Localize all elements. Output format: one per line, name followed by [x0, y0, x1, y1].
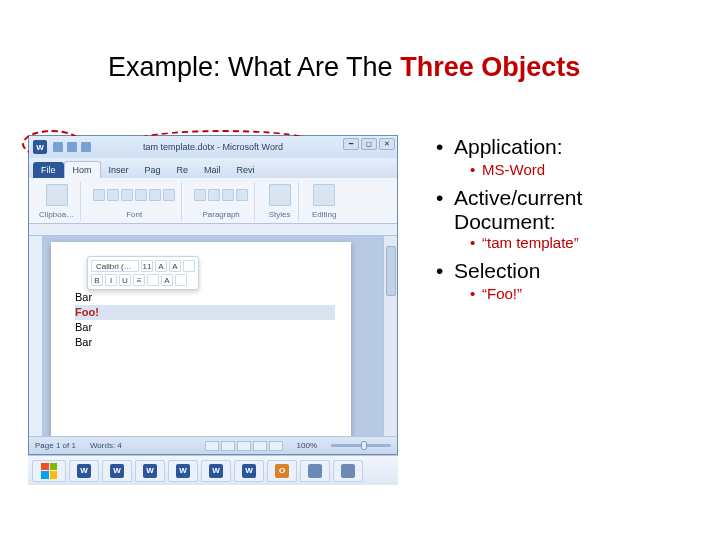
- status-bar: Page 1 of 1 Words: 4 100%: [29, 436, 397, 454]
- app-icon: [308, 464, 322, 478]
- taskbar-item-word-6[interactable]: W: [234, 460, 264, 482]
- mini-bold-icon[interactable]: B: [91, 274, 103, 286]
- group-editing-label: Editing: [312, 210, 336, 219]
- tab-insert[interactable]: Inser: [101, 162, 137, 178]
- taskbar-item-word-4[interactable]: W: [168, 460, 198, 482]
- screenshot-column: W tam template.dotx - Microsoft Word ━ ◻…: [28, 135, 398, 485]
- bullet-selection-sub: “Foo!”: [430, 285, 680, 302]
- print-layout-view-icon[interactable]: [205, 441, 219, 451]
- window-controls: ━ ◻ ✕: [343, 138, 395, 150]
- doc-line-3[interactable]: Bar: [75, 320, 335, 335]
- qat-undo-icon[interactable]: [67, 142, 77, 152]
- mini-underline-icon[interactable]: U: [119, 274, 131, 286]
- slide-title: Example: What Are The Three Objects: [108, 52, 580, 83]
- taskbar-item-word-5[interactable]: W: [201, 460, 231, 482]
- align-left-icon[interactable]: [222, 189, 234, 201]
- bullet-selection: Selection: [430, 259, 680, 283]
- app-icon: [341, 464, 355, 478]
- document-page[interactable]: Calibri (… 11 A A B I U ≡: [51, 242, 351, 436]
- mini-grow-font-icon[interactable]: A: [155, 260, 167, 272]
- mini-toolbar[interactable]: Calibri (… 11 A A B I U ≡: [87, 256, 199, 290]
- mini-format-painter-icon[interactable]: [175, 274, 187, 286]
- windows-logo-icon: [41, 463, 57, 479]
- tab-review[interactable]: Revi: [229, 162, 263, 178]
- tab-references[interactable]: Re: [169, 162, 197, 178]
- zoom-slider[interactable]: [331, 444, 391, 447]
- outline-view-icon[interactable]: [253, 441, 267, 451]
- mini-font-size-selector[interactable]: 11: [141, 260, 153, 272]
- ribbon-groups: Clipboa… Font: [33, 182, 393, 221]
- group-clipboard: Clipboa…: [33, 182, 81, 221]
- bullet-document-line2-text: Document:: [454, 210, 556, 233]
- page-pane: Calibri (… 11 A A B I U ≡: [43, 236, 383, 436]
- titlebar: W tam template.dotx - Microsoft Word ━ ◻…: [29, 136, 397, 158]
- taskbar-item-word-1[interactable]: W: [69, 460, 99, 482]
- bullet-document-line2: •Document:: [430, 210, 680, 234]
- taskbar-item-outlook[interactable]: O: [267, 460, 297, 482]
- scrollbar-thumb[interactable]: [386, 246, 396, 296]
- underline-icon[interactable]: [121, 189, 133, 201]
- find-icon[interactable]: [313, 184, 335, 206]
- doc-line-4[interactable]: Bar: [75, 335, 335, 350]
- quick-access-toolbar[interactable]: [53, 142, 91, 152]
- mini-italic-icon[interactable]: I: [105, 274, 117, 286]
- mini-highlight-icon[interactable]: [147, 274, 159, 286]
- bullet-document-sub: “tam template”: [430, 234, 680, 251]
- vertical-ruler[interactable]: [29, 236, 43, 436]
- zoom-slider-knob[interactable]: [361, 441, 367, 450]
- bullet-application-sub: MS-Word: [430, 161, 680, 178]
- mini-font-selector[interactable]: Calibri (…: [91, 260, 139, 272]
- title-prefix: Example: What Are The: [108, 52, 400, 82]
- maximize-button[interactable]: ◻: [361, 138, 377, 150]
- doc-line-1[interactable]: Bar: [75, 290, 335, 305]
- group-font-label: Font: [126, 210, 142, 219]
- taskbar-item-word-3[interactable]: W: [135, 460, 165, 482]
- status-page: Page 1 of 1: [35, 441, 76, 450]
- font-color-icon[interactable]: [135, 189, 147, 201]
- ribbon-tabs: File Hom Inser Pag Re Mail Revi: [29, 158, 397, 178]
- word-window: W tam template.dotx - Microsoft Word ━ ◻…: [28, 135, 398, 455]
- taskbar-item-generic-2[interactable]: [333, 460, 363, 482]
- minimize-button[interactable]: ━: [343, 138, 359, 150]
- bold-icon[interactable]: [93, 189, 105, 201]
- align-center-icon[interactable]: [236, 189, 248, 201]
- italic-icon[interactable]: [107, 189, 119, 201]
- qat-redo-icon[interactable]: [81, 142, 91, 152]
- tab-file[interactable]: File: [33, 162, 64, 178]
- status-words: Words: 4: [90, 441, 122, 450]
- tab-mailings[interactable]: Mail: [196, 162, 229, 178]
- close-button[interactable]: ✕: [379, 138, 395, 150]
- bullets-column: Application: MS-Word Active/current •Doc…: [398, 135, 680, 485]
- doc-line-2-selected[interactable]: Foo!: [75, 305, 335, 320]
- zoom-value[interactable]: 100%: [297, 441, 317, 450]
- draft-view-icon[interactable]: [269, 441, 283, 451]
- group-font: Font: [87, 182, 182, 221]
- taskbar-item-word-2[interactable]: W: [102, 460, 132, 482]
- highlight-icon[interactable]: [163, 189, 175, 201]
- qat-save-icon[interactable]: [53, 142, 63, 152]
- windows-taskbar: W W W W W W O: [28, 455, 398, 485]
- tab-page-layout[interactable]: Pag: [137, 162, 169, 178]
- word-icon: W: [77, 464, 91, 478]
- horizontal-ruler[interactable]: [29, 224, 397, 236]
- paste-icon[interactable]: [46, 184, 68, 206]
- start-button[interactable]: [32, 460, 66, 482]
- word-icon: W: [110, 464, 124, 478]
- vertical-scrollbar[interactable]: [383, 236, 397, 436]
- word-icon: W: [143, 464, 157, 478]
- mini-align-icon[interactable]: ≡: [133, 274, 145, 286]
- taskbar-item-generic-1[interactable]: [300, 460, 330, 482]
- full-screen-view-icon[interactable]: [221, 441, 235, 451]
- group-editing: Editing: [305, 182, 343, 221]
- numbering-icon[interactable]: [208, 189, 220, 201]
- styles-icon[interactable]: [269, 184, 291, 206]
- web-layout-view-icon[interactable]: [237, 441, 251, 451]
- tab-home[interactable]: Hom: [64, 161, 101, 178]
- mini-font-color-icon[interactable]: A: [161, 274, 173, 286]
- word-icon: W: [176, 464, 190, 478]
- group-paragraph: Paragraph: [188, 182, 255, 221]
- text-effects-icon[interactable]: [149, 189, 161, 201]
- bullets-icon[interactable]: [194, 189, 206, 201]
- mini-styles-icon[interactable]: [183, 260, 195, 272]
- mini-shrink-font-icon[interactable]: A: [169, 260, 181, 272]
